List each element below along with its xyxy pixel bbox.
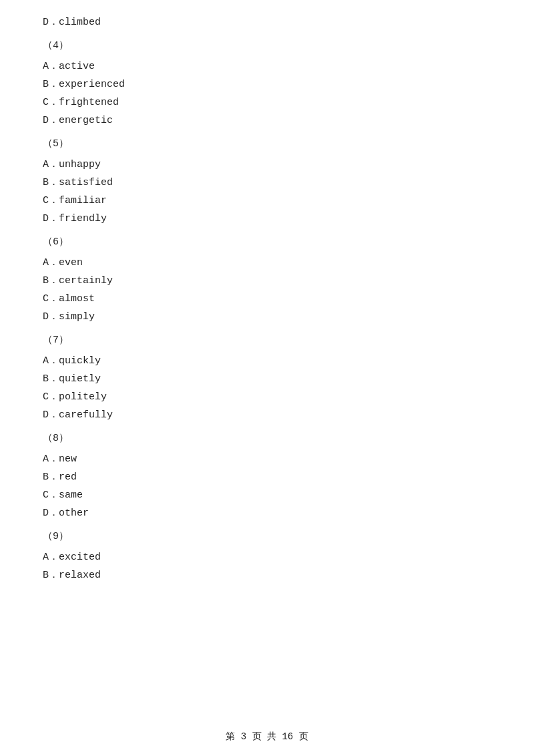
option-item: A．quickly bbox=[40, 352, 494, 370]
option-item: C．politely bbox=[40, 388, 494, 406]
page-number: 第 3 页 共 16 页 bbox=[226, 731, 308, 742]
option-item: D．climbed bbox=[40, 13, 494, 31]
page-footer: 第 3 页 共 16 页 bbox=[0, 731, 534, 743]
option-item: D．simply bbox=[40, 308, 494, 326]
option-item: D．carefully bbox=[40, 406, 494, 424]
question-number: （7） bbox=[40, 331, 494, 349]
option-item: B．relaxed bbox=[40, 566, 494, 584]
option-item: C．same bbox=[40, 486, 494, 504]
option-item: D．other bbox=[40, 504, 494, 522]
option-item: C．frightened bbox=[40, 93, 494, 112]
option-item: A．even bbox=[40, 254, 494, 272]
main-content: D．climbed（4）A．activeB．experiencedC．frigh… bbox=[0, 0, 534, 624]
option-item: B．satisfied bbox=[40, 174, 494, 192]
option-item: A．active bbox=[40, 57, 494, 75]
question-number: （9） bbox=[40, 528, 494, 546]
question-number: （8） bbox=[40, 429, 494, 447]
option-item: A．unhappy bbox=[40, 156, 494, 174]
option-item: C．almost bbox=[40, 290, 494, 308]
question-number: （6） bbox=[40, 233, 494, 251]
option-item: D．friendly bbox=[40, 210, 494, 228]
option-item: B．red bbox=[40, 468, 494, 486]
option-item: D．energetic bbox=[40, 112, 494, 130]
option-item: A．excited bbox=[40, 548, 494, 566]
option-item: B．experienced bbox=[40, 75, 494, 93]
question-number: （4） bbox=[40, 37, 494, 55]
option-item: B．certainly bbox=[40, 272, 494, 290]
question-number: （5） bbox=[40, 135, 494, 153]
option-item: B．quietly bbox=[40, 370, 494, 388]
option-item: C．familiar bbox=[40, 192, 494, 210]
option-item: A．new bbox=[40, 450, 494, 468]
